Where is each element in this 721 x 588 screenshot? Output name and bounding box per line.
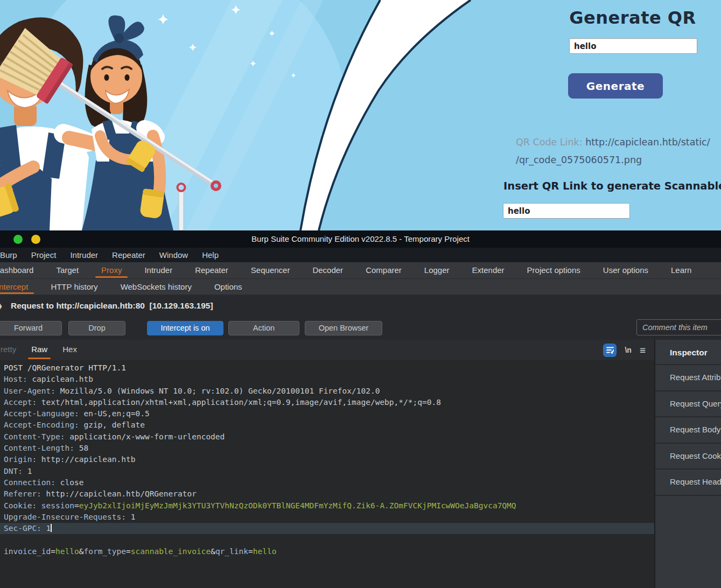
- subtab-websockets-history[interactable]: WebSockets history: [109, 279, 203, 295]
- menu-item-burp[interactable]: Burp: [0, 250, 24, 260]
- menu-item-window[interactable]: Window: [152, 250, 195, 260]
- request-line: User-Agent: Mozilla/5.0 (Windows NT 10.0…: [0, 386, 654, 397]
- invoice-section-title: Insert QR Link to generate Scannable Inv…: [503, 180, 721, 192]
- menu-item-help[interactable]: Help: [195, 250, 226, 260]
- inspector-section-request-query-parameters[interactable]: Request Query Parameters: [655, 391, 721, 418]
- main-tabs: DashboardTargetProxyIntruderRepeaterSequ…: [0, 262, 703, 278]
- text-cursor: [51, 524, 52, 532]
- action-button[interactable]: Action: [228, 321, 299, 335]
- sub-tabs: InterceptHTTP historyWebSockets historyO…: [0, 279, 254, 295]
- editor-tab-pretty[interactable]: Pretty: [0, 340, 24, 360]
- burp-window: Burp Suite Community Edition v2022.8.5 -…: [0, 230, 721, 588]
- page-title: Generate QR: [541, 8, 721, 28]
- show-newlines-icon[interactable]: \n: [625, 346, 631, 354]
- tab-user-options[interactable]: User options: [592, 262, 660, 278]
- qr-data-input[interactable]: [569, 38, 697, 54]
- drop-button[interactable]: Drop: [68, 321, 125, 335]
- request-line: Referer: http://capiclean.htb/QRGenerato…: [0, 488, 654, 500]
- mop-handle: [178, 184, 185, 230]
- request-line: Content-Type: application/x-www-form-url…: [0, 431, 654, 443]
- menu-item-intruder[interactable]: Intruder: [63, 250, 105, 260]
- request-line: Accept-Encoding: gzip, deflate: [0, 419, 654, 431]
- menu-bar: BurpProjectIntruderRepeaterWindowHelp: [0, 248, 721, 262]
- proxy-sub-tab-bar: InterceptHTTP historyWebSockets historyO…: [0, 279, 721, 295]
- tab-extender[interactable]: Extender: [461, 262, 516, 278]
- forward-button[interactable]: Forward: [0, 321, 62, 335]
- request-line: Host: capiclean.htb: [0, 374, 654, 385]
- intercept-banner-text: Request to http://capiclean.htb:80 [10.1…: [11, 301, 213, 310]
- main-tab-bar: DashboardTargetProxyIntruderRepeaterSequ…: [0, 262, 721, 279]
- inspector-section-request-body-parameters[interactable]: Request Body Parameters: [655, 417, 721, 444]
- tab-decoder[interactable]: Decoder: [301, 262, 354, 278]
- intercept-is-on-button[interactable]: Intercept is on: [147, 321, 223, 335]
- generate-button[interactable]: Generate: [568, 73, 663, 99]
- inspector-title: Inspector: [655, 340, 721, 365]
- window-titlebar: Burp Suite Community Edition v2022.8.5 -…: [0, 230, 721, 248]
- http-request-text[interactable]: POST /QRGenerator HTTP/1.1Host: capiclea…: [0, 360, 654, 588]
- subtab-http-history[interactable]: HTTP history: [39, 279, 109, 295]
- editor-tab-bar: PrettyRawHex \n ≡: [0, 340, 654, 360]
- open-browser-button[interactable]: Open Browser: [305, 321, 382, 335]
- window-title: Burp Suite Community Edition v2022.8.5 -…: [0, 230, 721, 248]
- qr-code-link: QR Code Link: http://capiclean.htb/stati…: [516, 134, 721, 169]
- request-line: Accept-Language: en-US,en;q=0.5: [0, 408, 654, 419]
- inspector-section-request-headers[interactable]: Request Headers: [655, 470, 721, 496]
- subtab-intercept[interactable]: Intercept: [0, 279, 39, 295]
- menu-item-repeater[interactable]: Repeater: [105, 250, 152, 260]
- word-wrap-icon[interactable]: [603, 344, 617, 357]
- webpage-region: Generate QR Generate QR Code Link: http:…: [0, 0, 721, 230]
- subtab-options[interactable]: Options: [203, 279, 254, 295]
- tab-repeater[interactable]: Repeater: [184, 262, 240, 278]
- proxy-content: PrettyRawHex \n ≡ POST /QRGenerator HTTP…: [0, 340, 721, 588]
- tab-sequencer[interactable]: Sequencer: [240, 262, 302, 278]
- hamburger-menu-icon[interactable]: ≡: [640, 345, 646, 355]
- request-line: [0, 534, 654, 545]
- tab-project-options[interactable]: Project options: [516, 262, 592, 278]
- request-line: POST /QRGenerator HTTP/1.1: [0, 362, 654, 374]
- request-line: Content-Length: 58: [0, 443, 654, 454]
- editor-icons: \n ≡: [603, 340, 646, 360]
- qr-link-input[interactable]: [503, 203, 630, 219]
- request-line: Accept: text/html,application/xhtml+xml,…: [0, 397, 654, 408]
- request-line: DNT: 1: [0, 466, 654, 477]
- editor-tab-raw[interactable]: Raw: [24, 340, 55, 360]
- tab-proxy[interactable]: Proxy: [90, 262, 133, 278]
- qr-link-label: QR Code Link:: [516, 137, 585, 148]
- intercept-toolbar: ForwardDropIntercept is onActionOpen Bro…: [0, 316, 721, 340]
- request-editor: PrettyRawHex \n ≡ POST /QRGenerator HTTP…: [0, 340, 654, 588]
- inspector-panel: Inspector Request AttributesRequest Quer…: [654, 340, 721, 588]
- comment-input[interactable]: [636, 319, 721, 335]
- request-line: Sec-GPC: 1: [0, 523, 654, 534]
- menu-item-project[interactable]: Project: [24, 250, 64, 260]
- screen: Generate QR Generate QR Code Link: http:…: [0, 0, 721, 588]
- request-line: Origin: http://capiclean.htb: [0, 454, 654, 465]
- inspector-section-request-attributes[interactable]: Request Attributes: [655, 365, 721, 391]
- request-line: Cookie: session=eyJyb2xlIjoiMjEyMzJmMjk3…: [0, 500, 654, 512]
- qr-link-url-line2: /qr_code_0575060571.png: [516, 155, 642, 165]
- hero-illustration: [0, 0, 721, 230]
- tab-dashboard[interactable]: Dashboard: [0, 262, 45, 278]
- request-line: Connection: close: [0, 477, 654, 488]
- request-line: invoice_id=hello&form_type=scannable_inv…: [0, 546, 654, 557]
- inspector-sections: Request AttributesRequest Query Paramete…: [655, 365, 721, 496]
- inspector-section-request-cookies[interactable]: Request Cookies: [655, 444, 721, 470]
- request-line: Upgrade-Insecure-Requests: 1: [0, 512, 654, 523]
- editor-tab-hex[interactable]: Hex: [55, 340, 85, 360]
- tab-learn[interactable]: Learn: [660, 262, 703, 278]
- qr-link-url-line1: http://capiclean.htb/static/: [585, 137, 710, 148]
- chevron-right-icon[interactable]: ❯: [0, 295, 3, 316]
- tab-comparer[interactable]: Comparer: [354, 262, 413, 278]
- intercept-banner: ❯Request to http://capiclean.htb:80 [10.…: [0, 295, 721, 316]
- tab-target[interactable]: Target: [45, 262, 90, 278]
- tab-intruder[interactable]: Intruder: [133, 262, 184, 278]
- tab-logger[interactable]: Logger: [413, 262, 461, 278]
- editor-tabs: PrettyRawHex: [0, 340, 85, 360]
